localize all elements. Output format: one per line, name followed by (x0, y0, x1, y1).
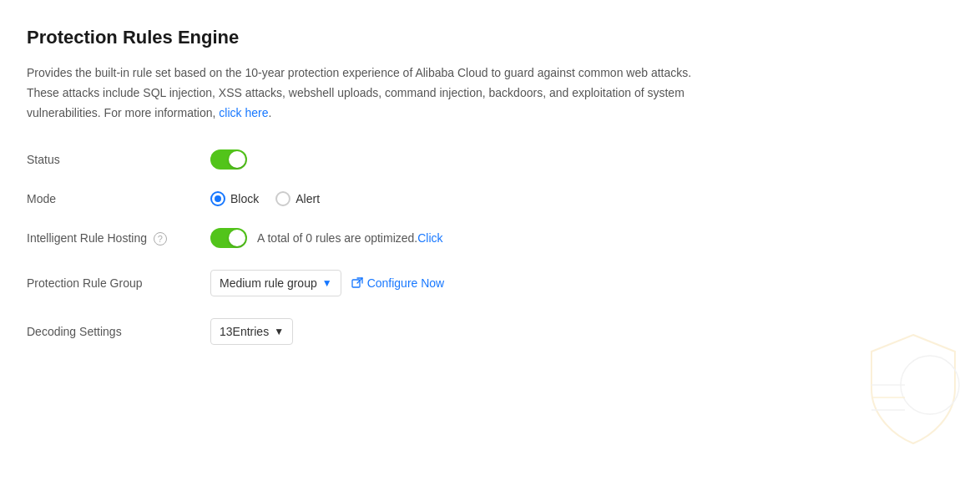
protection-group-label: Protection Rule Group (27, 276, 210, 290)
status-label: Status (27, 153, 210, 166)
radio-alert-circle (275, 191, 290, 206)
radio-alert[interactable]: Alert (275, 191, 320, 206)
chevron-down-icon: ▼ (322, 277, 332, 289)
mode-radio-group: Block Alert (210, 191, 320, 206)
mode-label: Mode (27, 192, 210, 205)
decoding-value: 13Entries (220, 325, 269, 338)
intelligent-row: Intelligent Rule Hosting ? A total of 0 … (27, 228, 947, 248)
svg-point-1 (901, 356, 959, 414)
decoding-chevron-icon: ▼ (274, 326, 284, 337)
description-text: Provides the built-in rule set based on … (27, 66, 691, 119)
mode-row: Mode Block Alert (27, 191, 947, 206)
intelligent-label: Intelligent Rule Hosting ? (27, 231, 210, 246)
intelligent-toggle[interactable] (210, 228, 247, 248)
radio-block-circle (210, 191, 225, 206)
protection-group-value: Medium rule group (220, 276, 317, 290)
description-link[interactable]: click here (219, 106, 268, 119)
optimized-text: A total of 0 rules are optimized.Click (257, 231, 443, 245)
shield-illustration (863, 331, 963, 448)
svg-rect-0 (352, 280, 360, 287)
radio-alert-label: Alert (296, 192, 320, 205)
optimized-link[interactable]: Click (417, 231, 442, 245)
protection-group-dropdown[interactable]: Medium rule group ▼ (210, 270, 341, 296)
radio-block[interactable]: Block (210, 191, 259, 206)
protection-group-row: Protection Rule Group Medium rule group … (27, 270, 947, 296)
description-period: . (268, 106, 271, 119)
page-description: Provides the built-in rule set based on … (27, 63, 711, 123)
page-title: Protection Rules Engine (27, 27, 947, 48)
decoding-row: Decoding Settings 13Entries ▼ (27, 318, 947, 345)
external-link-icon (351, 277, 363, 289)
status-row: Status (27, 149, 947, 170)
radio-block-label: Block (230, 192, 259, 205)
configure-now-link[interactable]: Configure Now (351, 276, 445, 290)
decoding-label: Decoding Settings (27, 325, 210, 338)
decoding-dropdown[interactable]: 13Entries ▼ (210, 318, 293, 345)
help-icon[interactable]: ? (154, 232, 167, 246)
status-toggle[interactable] (210, 149, 247, 170)
configure-now-label: Configure Now (367, 276, 445, 290)
